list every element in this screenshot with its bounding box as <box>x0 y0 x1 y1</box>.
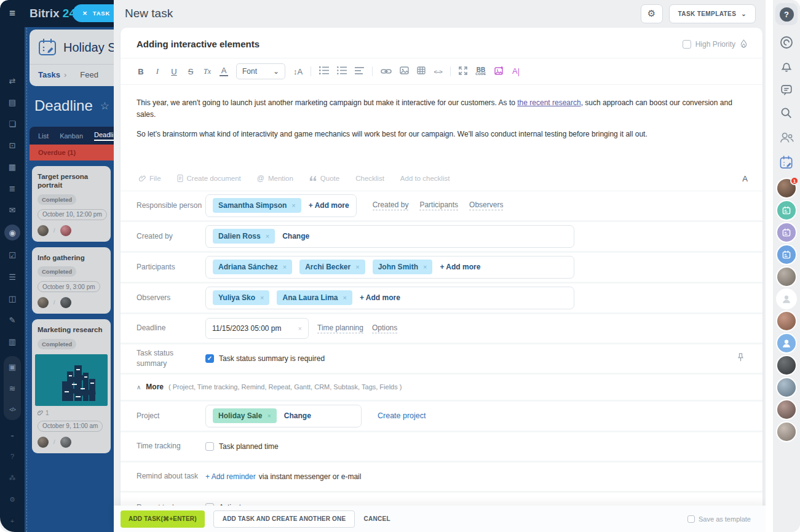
avatar[interactable] <box>60 297 71 308</box>
pin-icon[interactable] <box>737 352 744 364</box>
notifications-bell-icon[interactable] <box>780 60 793 73</box>
settings-rail-icon[interactable]: ⚙ <box>6 493 19 506</box>
search-icon[interactable] <box>780 106 793 120</box>
bbcode-button[interactable]: BBCODE <box>475 68 486 75</box>
add-rail-icon[interactable]: + <box>6 514 19 528</box>
options-link[interactable]: Options <box>372 324 397 333</box>
created-by-box[interactable]: Dalien Ross× Change <box>205 225 574 248</box>
remove-chip-icon[interactable]: × <box>343 294 347 301</box>
add-to-checklist-button[interactable]: Add to checklist <box>400 175 450 182</box>
responsible-person-box[interactable]: Samantha Simpson× + Add more <box>205 194 357 217</box>
employees-icon[interactable] <box>778 130 794 145</box>
planner-calendar-icon[interactable] <box>778 154 794 170</box>
view-tab-deadline[interactable]: Deadline <box>94 131 114 141</box>
add-more-link[interactable]: + Add more <box>440 263 480 271</box>
group-calendar-avatar[interactable] <box>777 223 796 242</box>
avatar-placeholder[interactable] <box>777 334 796 352</box>
add-more-link[interactable]: + Add more <box>309 201 349 210</box>
participants-box[interactable]: Adriana Sánchez× Archi Becker× John Smit… <box>205 256 574 279</box>
bullet-list-button[interactable] <box>337 66 347 76</box>
chat-icon[interactable] <box>780 83 793 97</box>
create-document-button[interactable]: Create document <box>177 175 241 182</box>
view-tab-list[interactable]: List <box>38 132 49 140</box>
copilot-text-icon[interactable]: A <box>512 66 520 76</box>
time-planning-link[interactable]: Time planning <box>317 324 363 333</box>
save-as-template-checkbox[interactable] <box>687 515 695 523</box>
task-title-input[interactable]: Adding interactive elements <box>137 39 259 49</box>
font-select[interactable]: Font ⌄ <box>236 63 285 79</box>
ordered-list-button[interactable] <box>319 66 329 76</box>
remove-chip-icon[interactable]: × <box>355 263 359 271</box>
text-mode-toggle[interactable]: A <box>742 174 748 183</box>
scrollbar-gutter[interactable] <box>766 0 773 532</box>
task-card[interactable]: Info gathering Completed October 9, 3:00… <box>32 247 111 314</box>
user-chip[interactable]: Adriana Sánchez× <box>213 260 292 274</box>
status-summary-checkbox[interactable]: ✓ <box>205 354 214 363</box>
sites-icon[interactable]: ◫ <box>6 292 19 305</box>
high-priority-toggle[interactable]: High Priority <box>683 39 748 49</box>
contact-center-icon[interactable]: ▥ <box>6 335 19 348</box>
avatar[interactable] <box>60 437 71 448</box>
video-calls-icon[interactable]: ⊡ <box>6 138 19 152</box>
tab-tasks[interactable]: Tasks› <box>38 70 66 79</box>
marketing-icon[interactable]: ≋ <box>6 381 19 395</box>
quote-button[interactable]: Quote <box>309 175 339 182</box>
more-section-toggle[interactable]: ∧ More ( Project, Time tracking, Remind,… <box>121 375 762 402</box>
change-link[interactable]: Change <box>282 232 309 240</box>
observers-link[interactable]: Observers <box>469 200 503 210</box>
messenger-icon[interactable]: ❏ <box>6 117 19 130</box>
text-color-button[interactable]: A <box>220 66 228 76</box>
clear-format-button[interactable]: Tx <box>203 67 212 76</box>
avatar[interactable]: 1 <box>777 179 796 197</box>
align-button[interactable] <box>355 67 364 76</box>
user-chip[interactable]: Yuliya Sko× <box>213 290 269 305</box>
user-chip[interactable]: John Smith× <box>373 260 433 274</box>
image-button[interactable] <box>400 66 409 76</box>
star-icon[interactable]: ☆ <box>100 100 109 113</box>
user-chip[interactable]: Samantha Simpson× <box>213 198 301 213</box>
overdue-group-header[interactable]: Overdue (1) <box>30 145 114 161</box>
bold-button[interactable]: B <box>137 67 145 76</box>
code-button[interactable]: <--> <box>434 68 442 75</box>
avatar[interactable] <box>777 400 796 419</box>
help-rail-icon[interactable]: ? <box>6 450 19 463</box>
remove-chip-icon[interactable]: × <box>267 412 271 419</box>
groups-icon[interactable]: ◉ <box>4 224 20 240</box>
settings-button[interactable]: ⚙ <box>641 4 663 23</box>
avatar[interactable] <box>38 297 49 308</box>
hamburger-menu-icon[interactable]: ≡ <box>9 7 15 20</box>
remove-chip-icon[interactable]: × <box>291 202 295 209</box>
user-chip[interactable]: Ana Laura Lima× <box>277 290 352 305</box>
task-pill-button[interactable]: ✕ TASK <box>73 4 114 22</box>
user-chip[interactable]: Archi Becker× <box>299 260 365 274</box>
remove-chip-icon[interactable]: × <box>423 263 427 271</box>
close-icon[interactable]: ✕ <box>82 10 88 17</box>
crm-icon[interactable]: ☰ <box>6 270 19 284</box>
save-as-template-toggle[interactable]: Save as template <box>687 515 751 523</box>
help-button[interactable]: ? <box>775 3 798 25</box>
remove-chip-icon[interactable]: × <box>283 263 287 271</box>
task-card[interactable]: Marketing research Completed 1 October 9… <box>32 319 111 453</box>
avatar[interactable] <box>777 356 796 375</box>
tasks-icon[interactable]: ☑ <box>6 248 19 262</box>
add-task-button[interactable]: ADD TASK(⌘+ENTER) <box>121 510 205 528</box>
description-link[interactable]: the recent research <box>517 98 580 107</box>
avatar[interactable] <box>38 225 49 236</box>
create-project-link[interactable]: Create project <box>378 411 426 420</box>
change-link[interactable]: Change <box>284 411 311 420</box>
clear-deadline-icon[interactable]: × <box>298 325 302 332</box>
avatar[interactable] <box>38 437 49 448</box>
mention-button[interactable]: @Mention <box>257 174 293 183</box>
mail-icon[interactable]: ✉ <box>6 203 19 216</box>
add-reminder-link[interactable]: + Add reminder <box>205 472 256 481</box>
developer-icon[interactable]: </> <box>6 403 19 416</box>
italic-button[interactable]: I <box>153 66 162 76</box>
task-description[interactable]: This year, we aren't going to launch jus… <box>121 85 762 141</box>
created-by-link[interactable]: Created by <box>373 200 409 210</box>
user-chip[interactable]: Dalien Ross× <box>213 229 275 244</box>
font-size-button[interactable]: ↕A <box>293 67 303 76</box>
copilot-icon[interactable] <box>779 35 794 50</box>
more-apps-icon[interactable]: ◒ <box>6 428 19 442</box>
avatar-placeholder[interactable] <box>777 290 796 308</box>
project-box[interactable]: Holiday Sale× Change <box>205 405 362 427</box>
